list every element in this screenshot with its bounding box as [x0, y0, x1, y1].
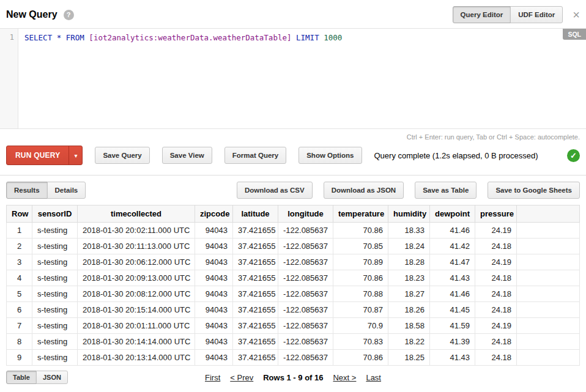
cell-row: 1: [7, 223, 32, 239]
cell-dewpoint: 41.43: [430, 350, 475, 366]
query-toolbar: RUN QUERY ▾ Save Query Save View Format …: [0, 146, 586, 168]
cell-humidity: 18.33: [388, 223, 430, 239]
view-table-button[interactable]: Table: [6, 371, 37, 384]
cell-zipcode: 94043: [195, 350, 233, 366]
cell-zipcode: 94043: [195, 223, 233, 239]
column-header-sensorid: sensorID: [32, 205, 78, 223]
cell-filler: [517, 318, 580, 334]
cell-timecollected: 2018-01-30 20:09:13.000 UTC: [78, 270, 195, 286]
cell-longitude: -122.085637: [278, 254, 333, 270]
cell-longitude: -122.085637: [278, 286, 333, 302]
table-row: 5s-testing2018-01-30 20:08:12.000 UTC940…: [7, 286, 580, 302]
format-query-button[interactable]: Format Query: [224, 147, 286, 164]
run-query-button-group: RUN QUERY ▾: [6, 146, 83, 165]
tab-details[interactable]: Details: [47, 182, 86, 199]
cell-row: 3: [7, 254, 32, 270]
table-row: 9s-testing2018-01-30 20:13:14.000 UTC940…: [7, 350, 580, 366]
query-header: New Query ? Query Editor UDF Editor ×: [0, 0, 586, 28]
save-query-button[interactable]: Save Query: [95, 147, 149, 164]
table-row: 3s-testing2018-01-30 20:06:12.000 UTC940…: [7, 254, 580, 270]
cell-temperature: 70.86: [333, 350, 388, 366]
cell-dewpoint: 41.45: [430, 302, 475, 318]
cell-timecollected: 2018-01-30 20:08:12.000 UTC: [78, 286, 195, 302]
cell-longitude: -122.085637: [278, 350, 333, 366]
results-actions: Download as CSV Download as JSON Save as…: [237, 182, 580, 199]
cell-temperature: 70.86: [333, 270, 388, 286]
cell-zipcode: 94043: [195, 254, 233, 270]
run-query-dropdown-icon[interactable]: ▾: [69, 146, 82, 165]
cell-row: 9: [7, 350, 32, 366]
header-row: RowsensorIDtimecollectedzipcodelatitudel…: [7, 205, 580, 223]
query-success-check-icon: ✓: [567, 149, 580, 162]
cell-sensorid: s-testing: [32, 334, 78, 350]
cell-dewpoint: 41.42: [430, 239, 475, 254]
query-editor-input[interactable]: SELECT * FROM [iot2analytics:weatherData…: [18, 29, 586, 128]
cell-humidity: 18.27: [388, 286, 430, 302]
cell-humidity: 18.24: [388, 239, 430, 254]
pagination-prev-link[interactable]: < Prev: [230, 373, 253, 382]
view-json-button[interactable]: JSON: [36, 371, 68, 384]
close-icon[interactable]: ×: [573, 9, 580, 21]
cell-latitude: 37.421655: [233, 286, 278, 302]
cell-filler: [517, 223, 580, 239]
cell-latitude: 37.421655: [233, 350, 278, 366]
save-to-google-sheets-button[interactable]: Save to Google Sheets: [488, 182, 580, 199]
save-as-table-button[interactable]: Save as Table: [415, 182, 477, 199]
cell-row: 8: [7, 334, 32, 350]
pagination-last-link[interactable]: Last: [366, 373, 381, 382]
run-query-button[interactable]: RUN QUERY: [7, 146, 69, 165]
cell-timecollected: 2018-01-30 20:01:11.000 UTC: [78, 318, 195, 334]
results-bar: Results Details Download as CSV Download…: [0, 176, 586, 205]
cell-humidity: 18.26: [388, 302, 430, 318]
cell-timecollected: 2018-01-30 20:14:14.000 UTC: [78, 334, 195, 350]
table-row: 1s-testing2018-01-30 20:02:11.000 UTC940…: [7, 223, 580, 239]
cell-row: 6: [7, 302, 32, 318]
cell-sensorid: s-testing: [32, 223, 78, 239]
result-view-toggle: Table JSON: [6, 371, 68, 384]
cell-pressure: 24.19: [475, 223, 517, 239]
table-row: 4s-testing2018-01-30 20:09:13.000 UTC940…: [7, 270, 580, 286]
cell-pressure: 24.18: [475, 270, 517, 286]
results-table-body: 1s-testing2018-01-30 20:02:11.000 UTC940…: [7, 223, 580, 366]
cell-timecollected: 2018-01-30 20:13:14.000 UTC: [78, 350, 195, 366]
cell-row: 5: [7, 286, 32, 302]
download-csv-button[interactable]: Download as CSV: [237, 182, 313, 199]
cell-temperature: 70.87: [333, 302, 388, 318]
cell-latitude: 37.421655: [233, 223, 278, 239]
cell-longitude: -122.085637: [278, 334, 333, 350]
show-options-button[interactable]: Show Options: [299, 147, 362, 164]
cell-humidity: 18.28: [388, 254, 430, 270]
pagination-first-link[interactable]: First: [205, 373, 220, 382]
sql-keyword-limit: LIMIT: [292, 33, 324, 42]
table-row: 6s-testing2018-01-30 20:15:14.000 UTC940…: [7, 302, 580, 318]
cell-pressure: 24.18: [475, 286, 517, 302]
tab-results[interactable]: Results: [6, 182, 48, 199]
download-json-button[interactable]: Download as JSON: [324, 182, 404, 199]
cell-dewpoint: 41.39: [430, 334, 475, 350]
cell-zipcode: 94043: [195, 302, 233, 318]
results-table: RowsensorIDtimecollectedzipcodelatitudel…: [6, 205, 580, 366]
help-icon[interactable]: ?: [64, 10, 74, 20]
results-footer: First < Prev Rows 1 - 9 of 16 Next > Las…: [0, 366, 586, 389]
cell-filler: [517, 350, 580, 366]
query-editor-tab[interactable]: Query Editor: [453, 6, 511, 23]
cell-latitude: 37.421655: [233, 318, 278, 334]
cell-longitude: -122.085637: [278, 318, 333, 334]
cell-zipcode: 94043: [195, 334, 233, 350]
cell-timecollected: 2018-01-30 20:06:12.000 UTC: [78, 254, 195, 270]
sql-keyword: SELECT * FROM: [24, 33, 89, 42]
cell-filler: [517, 254, 580, 270]
cell-pressure: 24.19: [475, 318, 517, 334]
udf-editor-tab[interactable]: UDF Editor: [510, 6, 563, 23]
cell-dewpoint: 41.43: [430, 270, 475, 286]
cell-row: 4: [7, 270, 32, 286]
pagination-next-link[interactable]: Next >: [333, 373, 356, 382]
cell-row: 7: [7, 318, 32, 334]
column-header-latitude: latitude: [233, 205, 278, 223]
column-header-longitude: longitude: [278, 205, 333, 223]
cell-zipcode: 94043: [195, 270, 233, 286]
cell-humidity: 18.22: [388, 334, 430, 350]
save-view-button[interactable]: Save View: [162, 147, 212, 164]
column-header-zipcode: zipcode: [195, 205, 233, 223]
cell-row: 2: [7, 239, 32, 254]
